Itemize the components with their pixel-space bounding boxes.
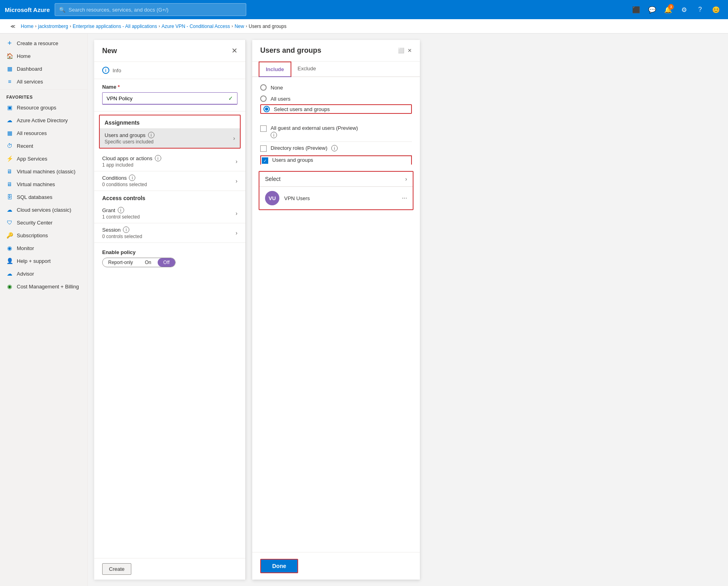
- sidebar-item-resource-groups[interactable]: ▣ Resource groups: [0, 101, 87, 114]
- sidebar-item-create[interactable]: + Create a resource: [0, 37, 87, 50]
- bc-new[interactable]: New: [235, 24, 244, 29]
- bc-home[interactable]: Home: [21, 24, 34, 29]
- subscriptions-icon: 🔑: [6, 232, 13, 238]
- search-bar[interactable]: 🔍: [55, 3, 246, 16]
- cloud-apps-chevron: ›: [235, 158, 237, 165]
- name-input[interactable]: VPN Policy ✓: [102, 92, 237, 105]
- sidebar-item-cost-mgmt[interactable]: ◉ Cost Management + Billing: [0, 280, 87, 293]
- bc-azure-vpn[interactable]: Azure VPN - Conditional Access: [162, 24, 230, 29]
- checkbox-users-groups[interactable]: ✓ Users and groups: [260, 155, 412, 165]
- checkbox-directory[interactable]: Directory roles (Preview) i: [260, 142, 412, 155]
- grant-info-icon: i: [118, 207, 124, 213]
- sidebar-item-azure-ad[interactable]: ☁ Azure Active Directory: [0, 114, 87, 127]
- conditions-row[interactable]: Conditions i 0 conditions selected ›: [94, 171, 245, 191]
- advisor-icon: ☁: [6, 270, 13, 277]
- tab-include[interactable]: Include: [259, 62, 291, 77]
- radio-select-button[interactable]: [263, 106, 270, 112]
- toggle-on[interactable]: On: [139, 258, 157, 267]
- bc-jackstromberg[interactable]: jackstromberg: [38, 24, 68, 29]
- profile-icon[interactable]: 😊: [709, 2, 723, 17]
- sidebar-item-monitor[interactable]: ◉ Monitor: [0, 242, 87, 254]
- content-area: New ✕ i Info Name * VPN Policy: [88, 34, 728, 586]
- radio-none[interactable]: None: [260, 82, 412, 93]
- access-controls-title: Access controls: [94, 191, 245, 204]
- checkbox-guest[interactable]: All guest and external users (Preview) i: [260, 122, 412, 142]
- radio-none-button[interactable]: [260, 84, 267, 91]
- search-input[interactable]: [69, 7, 242, 13]
- breadcrumb: ≪ Home › jackstromberg › Enterprise appl…: [0, 19, 728, 34]
- sidebar-item-cloud-services[interactable]: ☁ Cloud services (classic): [0, 203, 87, 216]
- collapse-button[interactable]: ≪: [6, 20, 19, 33]
- sql-icon: 🗄: [6, 194, 13, 200]
- vm-icon: 🖥: [6, 181, 13, 187]
- done-button[interactable]: Done: [260, 559, 298, 573]
- sidebar-item-vm[interactable]: 🖥 Virtual machines: [0, 178, 87, 191]
- home-icon: 🏠: [6, 53, 13, 59]
- bc-enterprise-apps[interactable]: Enterprise applications - All applicatio…: [73, 24, 157, 29]
- maximize-icon[interactable]: ⬜: [398, 48, 404, 54]
- new-panel-close-button[interactable]: ✕: [231, 46, 237, 55]
- new-panel-header: New ✕: [94, 40, 245, 62]
- vpn-users-avatar: VU: [265, 191, 279, 205]
- radio-select-users[interactable]: Select users and groups: [260, 104, 412, 114]
- info-label: Info: [113, 68, 121, 73]
- cloud-apps-title: Cloud apps or actions i: [102, 155, 235, 161]
- sidebar-item-app-services[interactable]: ⚡ App Services: [0, 152, 87, 165]
- sidebar-label-create: Create a resource: [17, 40, 58, 46]
- sidebar-item-dashboard[interactable]: ▦ Dashboard: [0, 62, 87, 75]
- users-groups-panel-title: Users and groups: [260, 46, 321, 55]
- azure-ad-icon: ☁: [6, 117, 13, 123]
- cb-guest[interactable]: [260, 125, 267, 132]
- cloud-apps-sub: 1 app included: [102, 162, 235, 168]
- users-groups-row[interactable]: Users and groups i Specific users includ…: [100, 128, 240, 148]
- new-panel-title: New: [102, 47, 117, 55]
- grant-chevron: ›: [235, 210, 237, 217]
- all-resources-icon: ▦: [6, 130, 13, 136]
- sidebar-item-security[interactable]: 🛡 Security Center: [0, 216, 87, 229]
- conditions-chevron: ›: [235, 178, 237, 184]
- toggle-off[interactable]: Off: [158, 258, 175, 267]
- users-groups-sub: Specific users included: [105, 139, 233, 145]
- enable-policy-label: Enable policy: [102, 249, 237, 255]
- radio-all-button[interactable]: [260, 95, 267, 102]
- sidebar-item-all-resources[interactable]: ▦ All resources: [0, 127, 87, 139]
- session-title: Session i: [102, 226, 235, 233]
- notification-badge: 3: [668, 4, 674, 10]
- sidebar-item-recent[interactable]: ⏱ Recent: [0, 139, 87, 152]
- user-more-button[interactable]: ···: [402, 195, 407, 202]
- grant-row[interactable]: Grant i 1 control selected ›: [94, 204, 245, 223]
- monitor-icon: ◉: [6, 245, 13, 251]
- app-logo: Microsoft Azure: [5, 6, 50, 13]
- radio-all-users[interactable]: All users: [260, 93, 412, 104]
- cb-users-groups[interactable]: ✓: [262, 157, 268, 164]
- settings-icon[interactable]: ⚙: [677, 2, 691, 17]
- sidebar-item-help[interactable]: 👤 Help + support: [0, 254, 87, 267]
- sidebar-item-subscriptions[interactable]: 🔑 Subscriptions: [0, 229, 87, 242]
- create-button[interactable]: Create: [102, 563, 131, 575]
- close-panel-icon[interactable]: ✕: [408, 48, 412, 54]
- security-icon: 🛡: [6, 219, 13, 226]
- select-header[interactable]: Select ›: [259, 172, 413, 187]
- sidebar-item-advisor[interactable]: ☁ Advisor: [0, 267, 87, 280]
- help-icon[interactable]: ?: [693, 2, 707, 17]
- check-icon: ✓: [228, 95, 233, 101]
- cb-directory[interactable]: [260, 145, 267, 152]
- cloud-shell-icon[interactable]: ⬛: [629, 2, 643, 17]
- tab-exclude[interactable]: Exclude: [291, 62, 322, 77]
- toggle-group[interactable]: Report-only On Off: [102, 258, 176, 267]
- sidebar-item-home[interactable]: 🏠 Home: [0, 50, 87, 62]
- cloud-apps-row[interactable]: Cloud apps or actions i 1 app included ›: [94, 152, 245, 171]
- sidebar: + Create a resource 🏠 Home ▦ Dashboard ≡…: [0, 34, 88, 586]
- radio-group: None All users Select users and groups: [252, 77, 420, 119]
- feedback-icon[interactable]: 💬: [645, 2, 659, 17]
- new-panel-body: i Info Name * VPN Policy ✓ Assi: [94, 62, 245, 558]
- sidebar-item-all-services[interactable]: ≡ All services: [0, 75, 87, 88]
- sidebar-item-vm-classic[interactable]: 🖥 Virtual machines (classic): [0, 165, 87, 178]
- notifications-icon[interactable]: 🔔 3: [661, 2, 675, 17]
- users-groups-row-inner: Users and groups i Specific users includ…: [105, 132, 233, 145]
- sidebar-item-sql-db[interactable]: 🗄 SQL databases: [0, 191, 87, 203]
- session-row[interactable]: Session i 0 controls selected ›: [94, 223, 245, 243]
- toggle-report-only[interactable]: Report-only: [103, 258, 138, 267]
- enable-policy: Enable policy Report-only On Off: [94, 243, 245, 274]
- cloud-apps-info-icon: i: [155, 155, 161, 161]
